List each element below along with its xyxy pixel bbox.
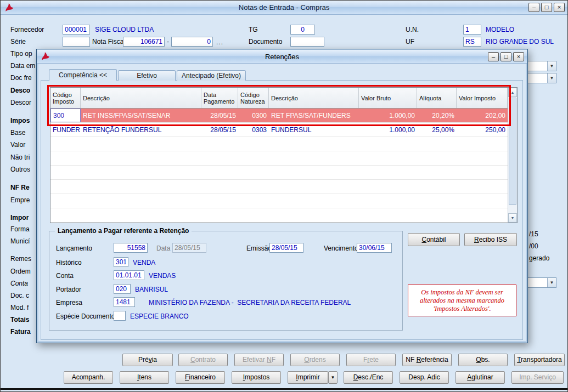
column-header[interactable]: Código Imposto xyxy=(50,88,81,108)
transportadora-button[interactable]: Transportadora xyxy=(514,354,565,366)
form-label: Empre xyxy=(10,196,30,204)
minimize-icon: – xyxy=(492,53,495,60)
ordens-button: Ordens xyxy=(290,354,340,366)
minimize-button[interactable]: – xyxy=(528,3,539,12)
column-header[interactable]: Descrição xyxy=(81,88,201,108)
main-window: Notas de Entrada - Compras – □ × Fornece… xyxy=(0,0,568,392)
empresa-code-field[interactable] xyxy=(114,297,135,307)
uf-code-field[interactable] xyxy=(463,37,481,47)
aglutinar-button[interactable]: Aglutinar xyxy=(455,371,505,384)
imprimir-dropdown-button[interactable]: ▼ xyxy=(328,371,338,384)
combo-field[interactable]: ▼ xyxy=(525,277,556,288)
form-label: Ordem xyxy=(10,268,31,275)
documento-field[interactable] xyxy=(290,37,324,47)
dialog-titlebar[interactable]: Retenções – □ × xyxy=(37,50,527,64)
nota-fiscal-label: Nota Fiscal xyxy=(92,38,125,46)
form-label: Forma xyxy=(10,225,30,233)
retencoes-grid[interactable]: Código Imposto Descrição Data Pagamento … xyxy=(50,87,518,223)
fornecedor-name: SIGE CLOUD LTDA xyxy=(95,26,154,33)
imprimir-button[interactable]: Imprimir xyxy=(288,371,328,384)
grid-cell: RET FPAS/SAT/FUNDERS xyxy=(269,109,359,122)
un-name: MODELO xyxy=(486,26,514,33)
form-section-label: Totais xyxy=(10,316,29,323)
column-header[interactable]: Alíquota xyxy=(417,88,457,108)
contrato-button: Contrato xyxy=(178,354,228,366)
maximize-button[interactable]: □ xyxy=(541,3,552,12)
window-bottom-frame xyxy=(1,388,567,390)
especie-documento-field[interactable] xyxy=(114,311,126,321)
maximize-icon: □ xyxy=(545,4,549,10)
grid-row-empty xyxy=(50,166,508,180)
lancamento-field[interactable] xyxy=(114,243,148,253)
nota-fiscal-numero-field[interactable] xyxy=(123,37,165,47)
grid-row-empty xyxy=(50,151,508,166)
serie-field[interactable] xyxy=(63,37,90,47)
data-field xyxy=(172,243,206,253)
data-label: Data xyxy=(156,245,170,252)
recibo-iss-button[interactable]: Recibo ISS xyxy=(464,233,517,246)
acompanh-button[interactable]: Acompanh. xyxy=(64,371,113,384)
contabil-button[interactable]: Contábil xyxy=(408,233,460,246)
tab-efetivo[interactable]: Efetivo xyxy=(118,70,176,81)
main-titlebar[interactable]: Notas de Entrada - Compras – □ × xyxy=(1,1,567,15)
warning-message: Os impostos da NF devem ser alterados na… xyxy=(408,285,516,316)
combo-field[interactable]: ▼ xyxy=(525,73,556,83)
itens-button[interactable]: Itens xyxy=(120,371,169,384)
tab-competencia[interactable]: Competência << xyxy=(49,69,117,81)
grid-cell: 25,00% xyxy=(417,123,457,137)
chevron-down-icon[interactable]: ▼ xyxy=(547,61,556,71)
historico-label: Histórico xyxy=(56,259,82,266)
financeiro-button[interactable]: Financeiro xyxy=(176,371,225,384)
impostos-button[interactable]: Impostos xyxy=(232,371,281,384)
window-title: Notas de Entrada - Compras xyxy=(1,3,567,12)
chevron-down-icon[interactable]: ▼ xyxy=(547,278,556,287)
nota-fiscal-sufixo-field[interactable] xyxy=(171,37,213,47)
desp-adic-button[interactable]: Desp. Adic xyxy=(400,371,449,384)
close-button[interactable]: × xyxy=(554,3,565,12)
tab-antecipado[interactable]: Antecipado (Efetivo) xyxy=(177,70,246,81)
groupbox-title: Lançamento a Pagar referente a Retenção xyxy=(55,227,192,235)
emissao-field[interactable] xyxy=(269,243,303,253)
fornecedor-code-field[interactable] xyxy=(63,25,90,35)
grid-cell: 0300 xyxy=(238,109,269,122)
minimize-button[interactable]: – xyxy=(488,52,499,61)
form-label: Remes xyxy=(10,255,31,263)
nota-fiscal-more-button[interactable]: ... xyxy=(216,38,223,46)
grid-cell: 20,20% xyxy=(417,109,457,122)
empresa-label: Empresa xyxy=(56,299,82,306)
scrollbar-thumb[interactable] xyxy=(509,98,516,205)
chevron-down-icon: ▼ xyxy=(511,216,515,220)
column-header[interactable]: Valor Imposto xyxy=(457,88,508,108)
previa-button[interactable]: Prévia xyxy=(122,354,173,366)
grid-row[interactable]: FUNDER RETENÇÃO FUNDERSUL 28/05/15 0303 … xyxy=(50,123,508,137)
grid-row-empty xyxy=(50,137,508,151)
portador-code-field[interactable] xyxy=(114,284,131,294)
column-header[interactable]: Código Natureza xyxy=(238,88,269,108)
obs-button[interactable]: Obs. xyxy=(458,354,508,366)
desc-enc-button[interactable]: Desc./Enc xyxy=(344,371,393,384)
chevron-down-icon[interactable]: ▼ xyxy=(547,73,556,83)
scroll-up-button[interactable]: ▲ xyxy=(508,88,517,97)
conta-code-field[interactable] xyxy=(114,270,144,280)
vencimento-field[interactable] xyxy=(357,243,392,253)
column-header[interactable]: Data Pagamento xyxy=(201,88,238,108)
form-label: Mod. f xyxy=(10,304,29,311)
grid-cell-editor[interactable]: 300 xyxy=(50,109,81,122)
maximize-button[interactable]: □ xyxy=(500,52,511,61)
portador-label: Portador xyxy=(56,286,81,293)
form-label: Não tri xyxy=(10,154,30,161)
column-header[interactable]: Descrição xyxy=(269,88,359,108)
grid-cell: 1.000,00 xyxy=(359,109,417,122)
column-header[interactable]: Valor Bruto xyxy=(359,88,417,108)
scroll-down-button[interactable]: ▼ xyxy=(508,213,517,223)
historico-code-field[interactable] xyxy=(114,257,128,267)
grid-row-selected[interactable]: 300 RET INSS/FPAS/SAT/SENAR 28/05/15 030… xyxy=(50,109,508,123)
un-code-field[interactable] xyxy=(463,25,481,35)
uf-label: UF xyxy=(406,38,414,46)
historico-name: VENDA xyxy=(133,259,155,266)
grid-vertical-scrollbar[interactable]: ▲ ▼ xyxy=(508,88,517,223)
tg-field[interactable] xyxy=(290,25,315,35)
close-button[interactable]: × xyxy=(513,52,524,61)
nf-referencia-button[interactable]: NF Referência xyxy=(402,354,452,366)
combo-field[interactable]: ▼ xyxy=(525,61,556,71)
